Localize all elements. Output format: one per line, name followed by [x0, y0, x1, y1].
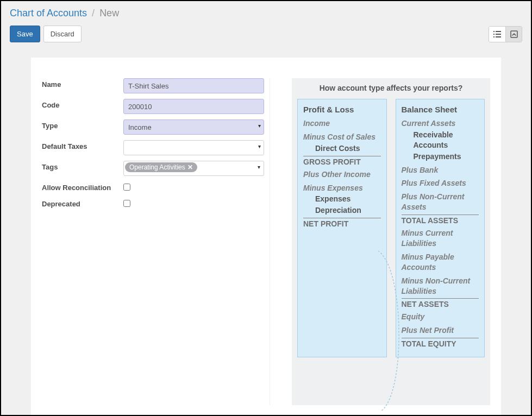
pl-title: Profit & Loss	[303, 105, 381, 114]
label-tags: Tags	[42, 161, 123, 176]
divider	[402, 298, 479, 299]
pl-income: Income	[303, 118, 381, 129]
svg-rect-5	[496, 36, 501, 37]
svg-rect-0	[493, 31, 495, 32]
bs-current-assets: Current Assets	[402, 118, 479, 129]
pl-expenses: Expenses	[315, 194, 381, 204]
form-sheet: Name Code Type Default Taxes Tags Operat…	[31, 58, 501, 416]
breadcrumb-parent-link[interactable]: Chart of Accounts	[10, 8, 87, 18]
bs-receivable: Receivable Accounts	[414, 130, 479, 150]
tags-select[interactable]: Operating Activities ✕	[123, 161, 264, 176]
info-panel: How account type affects your reports? P…	[292, 78, 490, 405]
svg-rect-4	[493, 36, 495, 37]
pl-depreciation: Depreciation	[315, 205, 381, 216]
form-view-icon[interactable]	[505, 27, 522, 42]
bs-title: Balance Sheet	[402, 105, 479, 114]
code-field[interactable]	[123, 99, 264, 114]
bs-plus-bank: Plus Bank	[402, 165, 479, 175]
label-code: Code	[42, 99, 123, 114]
info-title: How account type affects your reports?	[297, 84, 485, 92]
bs-equity: Equity	[402, 312, 479, 322]
pl-gross-profit: GROSS PROFIT	[303, 157, 381, 166]
allow-reconciliation-checkbox[interactable]	[123, 184, 130, 191]
bs-prepayments: Prepayments	[414, 152, 479, 162]
tag-remove-icon[interactable]: ✕	[187, 163, 193, 171]
label-deprecated: Deprecated	[42, 198, 123, 209]
divider	[303, 156, 381, 156]
bs-plus-net-profit: Plus Net Profit	[402, 325, 479, 336]
breadcrumb: Chart of Accounts / New	[10, 8, 522, 19]
svg-rect-2	[493, 34, 495, 35]
deprecated-checkbox[interactable]	[123, 200, 130, 207]
label-type: Type	[42, 119, 123, 135]
pl-plus-other-income: Plus Other Income	[303, 169, 381, 180]
name-field[interactable]	[123, 78, 264, 93]
breadcrumb-current: New	[99, 8, 119, 18]
save-button[interactable]: Save	[10, 26, 40, 42]
bs-minus-payable: Minus Payable Accounts	[402, 252, 479, 273]
balance-sheet-panel: Balance Sheet Current Assets Receivable …	[396, 99, 485, 357]
pl-net-profit: NET PROFIT	[303, 219, 381, 228]
svg-rect-3	[496, 34, 501, 35]
label-allow-reconciliation: Allow Reconciliation	[42, 181, 123, 192]
default-taxes-select[interactable]	[123, 140, 264, 155]
profit-loss-panel: Profit & Loss Income Minus Cost of Sales…	[297, 99, 387, 357]
bs-total-equity: TOTAL EQUITY	[402, 339, 479, 348]
label-default-taxes: Default Taxes	[42, 140, 123, 155]
breadcrumb-separator: /	[92, 8, 95, 18]
divider	[303, 218, 381, 218]
pl-direct-costs: Direct Costs	[315, 143, 381, 154]
label-name: Name	[42, 78, 123, 93]
list-view-icon[interactable]	[489, 27, 505, 42]
bs-minus-noncurrent-liab: Minus Non-Current Liabilities	[402, 276, 479, 297]
bs-plus-noncurrent: Plus Non-Current Assets	[402, 192, 479, 212]
pl-minus-cos: Minus Cost of Sales	[303, 132, 381, 142]
tag-chip-label: Operating Activities	[129, 163, 185, 171]
divider	[402, 338, 479, 338]
divider	[402, 215, 479, 215]
bs-minus-current-liab: Minus Current Liabilities	[402, 228, 479, 249]
discard-button[interactable]: Discard	[43, 26, 82, 42]
bs-total-assets: TOTAL ASSETS	[402, 216, 479, 225]
bs-net-assets: NET ASSETS	[402, 300, 479, 308]
pl-minus-expenses: Minus Expenses	[303, 183, 381, 193]
tag-chip: Operating Activities ✕	[125, 162, 197, 172]
type-select[interactable]	[123, 119, 264, 135]
bs-plus-fixed: Plus Fixed Assets	[402, 178, 479, 188]
svg-rect-1	[496, 31, 501, 32]
